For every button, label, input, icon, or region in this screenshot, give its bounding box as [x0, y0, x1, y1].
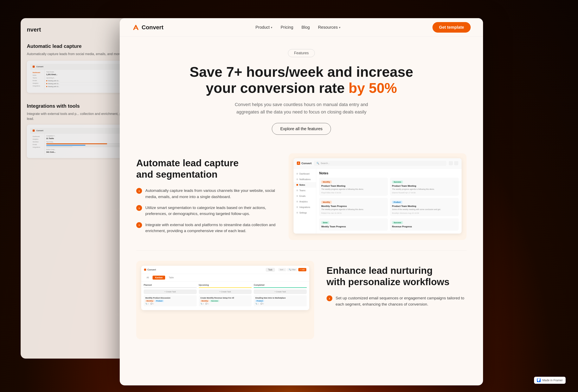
nav-links: Product ▾ Pricing Blog Resources ▾ [255, 25, 340, 30]
mockup-logo: Convert [297, 162, 311, 165]
note-card-1: Monthly Product Team Meeting The weekly … [319, 178, 388, 196]
note-tag-6: Success [392, 221, 403, 224]
bullet-icon-2 [136, 205, 142, 211]
notes-mockup-inner: Convert 🔍 Search... Dashboard [293, 158, 462, 234]
get-template-button[interactable]: Get template [433, 22, 471, 33]
feature-2-title: Enhance lead nurturing with personalize … [327, 265, 467, 288]
kanban-add-upcoming[interactable]: + Create Task [199, 289, 252, 294]
tab-table[interactable]: Table [166, 276, 176, 280]
sidebar-dot [296, 190, 298, 191]
note-card-3: Monthly Monthly Team Progress The weekly… [319, 198, 388, 216]
notes-search[interactable]: 🔍 Search... [314, 161, 446, 166]
kanban-card-upcoming-1: Create Monthly Revenue Setup For All Mon… [199, 295, 252, 306]
tab-all[interactable]: All [144, 276, 151, 280]
kanban-completed: Completed + Create Task Emailing New Int… [254, 284, 307, 308]
note-card-2: Success Product Team Meeting The weekly … [390, 178, 459, 196]
notes-content-title: Notes [319, 172, 459, 175]
sidebar-dot [296, 178, 298, 180]
notes-content: Notes Monthly Product Team Meeting The w… [316, 169, 462, 234]
notes-grid: Monthly Product Team Meeting The weekly … [319, 178, 459, 231]
note-meta-3: Robert Fox Jan 31 09:51 [321, 212, 386, 214]
hero-subtitle: Convert helps you save countless hours o… [229, 101, 374, 115]
note-title-2: Product Team Meeting [392, 185, 457, 187]
note-tag-5: Done [321, 221, 329, 224]
framer-badge: Made in Framer [534, 377, 566, 384]
hero-title: Save 7+ hours/week and increase your con… [144, 64, 458, 96]
kanban-card-footer-2: 📎 3 💬 2 [200, 303, 250, 305]
sidebar-settings[interactable]: Settings [293, 210, 316, 216]
sidebar-notes[interactable]: Notes [293, 182, 316, 188]
mockup-brand-name: Convert [301, 162, 311, 165]
task-mockup-inner: Convert Task Sort ↓ 🔍 Filter + Add All K… [141, 266, 309, 310]
note-card-6: Success Revenue Progress [390, 218, 459, 231]
kanban-upcoming-header: Upcoming [199, 284, 252, 288]
tab-kanban[interactable]: Kanban [152, 276, 165, 280]
framer-label: Made in Framer [542, 379, 563, 382]
sidebar-dot [296, 173, 298, 174]
note-card-4: Product Product Team Meeting Some of the… [390, 198, 459, 216]
nav-pricing[interactable]: Pricing [281, 25, 293, 30]
sidebar-dot-active [296, 184, 298, 186]
feature-2-section: Convert Task Sort ↓ 🔍 Filter + Add All K… [120, 253, 483, 348]
notes-app-mockup: Convert 🔍 Search... Dashboard [289, 153, 467, 240]
note-tag-1: Monthly [321, 180, 332, 183]
kanban-planned-header: Planned [144, 284, 197, 288]
bullet-icon-3 [136, 222, 142, 228]
feature-1-title: Automate lead capture and segmentation [136, 157, 276, 180]
note-tag-3: Monthly [321, 201, 332, 204]
feature-1-text: Automate lead capture and segmentation A… [136, 153, 276, 234]
bullet-icon-4 [327, 296, 332, 301]
notes-mockup-header: Convert 🔍 Search... [293, 158, 462, 169]
sidebar-dot [296, 206, 298, 208]
nav-product[interactable]: Product ▾ [255, 25, 272, 30]
sidebar-integrations[interactable]: Integrations [293, 205, 316, 210]
main-card: Convert Product ▾ Pricing Blog Resources… [120, 18, 483, 385]
sidebar-dot [296, 212, 298, 214]
features-badge: Features [288, 49, 315, 57]
kanban-card-planned-1: Monthly Product Discussion Monthly Produ… [144, 295, 197, 306]
sidebar-analytics[interactable]: Analytics [293, 199, 316, 205]
feature-2-item-1: Set up customized email sequences or eng… [327, 295, 467, 307]
feature-1-list: Automatically capture leads from various… [136, 187, 276, 234]
note-title-4: Product Team Meeting [392, 205, 457, 207]
sidebar-dashboard[interactable]: Dashboard [293, 171, 316, 176]
note-desc-4: Some of the weekly meeting with some con… [392, 208, 457, 211]
note-title-3: Monthly Team Progress [321, 205, 386, 207]
framer-icon [537, 378, 541, 382]
feature-1-item-3-text: Integrate with external tools and platfo… [145, 222, 276, 234]
feature-2-item-1-text: Set up customized email sequences or eng… [336, 295, 467, 307]
kanban-planned: Planned + Create Task Monthly Product Di… [144, 284, 197, 308]
sidebar-notifications[interactable]: Notifications [293, 176, 316, 182]
notes-sidebar: Dashboard Notifications Notes Teams Emai [293, 169, 316, 234]
kanban-add-planned[interactable]: + Create Task [144, 289, 197, 294]
feature-1-item-2: Utilize smart segmentation to categorize… [136, 205, 276, 217]
nav-resources[interactable]: Resources ▾ [318, 25, 341, 30]
sidebar-emails[interactable]: Emails [293, 193, 316, 199]
feature-2-list: Set up customized email sequences or eng… [327, 295, 467, 307]
hero-section: Features Save 7+ hours/week and increase… [120, 37, 483, 145]
explore-features-button[interactable]: Explore all the features [272, 123, 331, 135]
logo[interactable]: Convert [132, 24, 163, 31]
note-meta-2: Dianne Russell Apr 17 04:80 [392, 192, 457, 194]
logo-text: Convert [142, 24, 163, 31]
note-title-5: Weekly Team Progress [321, 225, 386, 228]
section-divider [136, 250, 467, 251]
note-desc-2: The weekly progress agenda is following … [392, 188, 457, 191]
note-title-6: Revenue Progress [392, 225, 457, 228]
kanban-card-completed-1: Emailing New Intro to Marketplace Produc… [254, 295, 307, 306]
nav-blog[interactable]: Blog [302, 25, 310, 30]
sidebar-dot [296, 201, 298, 202]
feature-1-item-3: Integrate with external tools and platfo… [136, 222, 276, 234]
bullet-icon-1 [136, 188, 142, 194]
feature-1-item-2-text: Utilize smart segmentation to categorize… [145, 205, 276, 217]
task-app-mockup: Convert Task Sort ↓ 🔍 Filter + Add All K… [136, 261, 314, 339]
note-meta-1: Floyd Miles Mar 5 04:53 [321, 192, 386, 194]
note-title-1: Product Team Meeting [321, 185, 386, 187]
note-tag-4: Product [392, 201, 402, 204]
sidebar-teams[interactable]: Teams [293, 188, 316, 193]
kanban-upcoming: Upcoming + Create Task Create Monthly Re… [199, 284, 252, 308]
feature-1-section: Automate lead capture and segmentation A… [120, 145, 483, 248]
note-tag-2: Success [392, 180, 403, 183]
kanban-add-completed[interactable]: + Create Task [254, 289, 307, 294]
feature-1-item-1: Automatically capture leads from various… [136, 187, 276, 200]
